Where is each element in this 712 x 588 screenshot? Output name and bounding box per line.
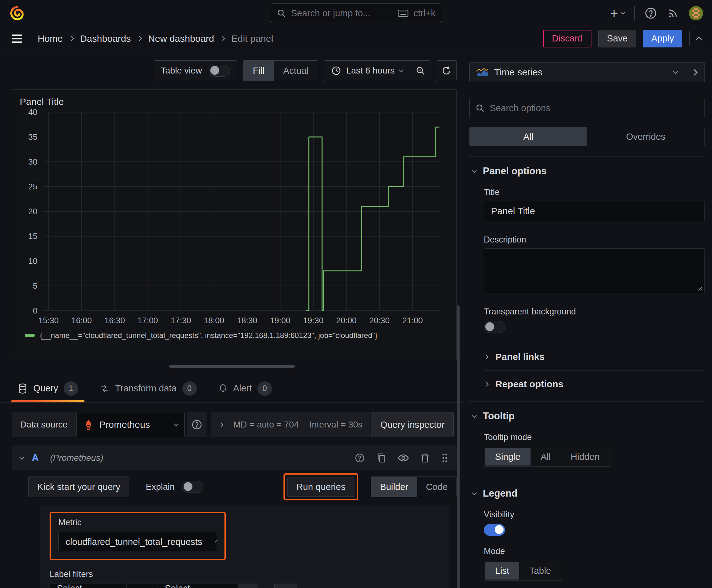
- legend-header[interactable]: Legend: [469, 479, 705, 499]
- tooltip-header[interactable]: Tooltip: [469, 402, 705, 422]
- clock-icon: [331, 66, 341, 76]
- refresh-button[interactable]: [436, 60, 457, 81]
- description-textarea[interactable]: [484, 249, 705, 293]
- chevron-down-icon: [399, 67, 404, 72]
- breadcrumb-new-dashboard[interactable]: New dashboard: [148, 33, 214, 44]
- tab-alert-label: Alert: [233, 383, 252, 394]
- table-view-label: Table view: [161, 66, 202, 76]
- remove-filter-button[interactable]: [238, 584, 257, 588]
- panel-links-section[interactable]: Panel links: [469, 343, 705, 370]
- kick-start-button[interactable]: Kick start your query: [28, 477, 129, 497]
- news-rss-icon[interactable]: [667, 7, 679, 19]
- svg-text:19:00: 19:00: [270, 316, 290, 325]
- chevron-down-icon: [472, 168, 477, 173]
- tab-overrides[interactable]: Overrides: [587, 127, 705, 146]
- zoom-out-button[interactable]: [410, 61, 430, 81]
- run-queries-button[interactable]: Run queries: [287, 477, 354, 497]
- grafana-logo-icon[interactable]: [9, 5, 25, 21]
- datasource-picker[interactable]: Prometheus: [76, 412, 185, 437]
- select-value-dropdown[interactable]: Select value: [158, 584, 238, 588]
- visualization-picker[interactable]: Time series: [469, 62, 684, 82]
- panel-options-header[interactable]: Panel options: [469, 157, 705, 177]
- collapse-options-button[interactable]: [684, 62, 705, 82]
- menu-icon[interactable]: [11, 33, 23, 44]
- tab-query[interactable]: Query 1: [11, 374, 84, 402]
- search-placeholder: Search or jump to...: [291, 8, 370, 19]
- options-scope-tabs: All Overrides: [469, 127, 705, 146]
- search-options-input[interactable]: Search options: [469, 98, 705, 118]
- series-label: {__name__="cloudflared_tunnel_total_requ…: [40, 331, 377, 340]
- datasource-label: Data source: [12, 412, 75, 437]
- delete-query-icon[interactable]: [420, 453, 430, 463]
- legend-visibility-toggle[interactable]: [484, 524, 505, 536]
- help-icon[interactable]: [644, 6, 657, 20]
- builder-option[interactable]: Builder: [371, 477, 417, 497]
- duplicate-query-icon[interactable]: [376, 453, 386, 463]
- table-view-toggle[interactable]: [209, 65, 230, 77]
- alert-count-badge: 0: [257, 381, 272, 396]
- explain-label: Explain: [146, 482, 175, 492]
- repeat-options-label: Repeat options: [495, 379, 563, 390]
- chevron-down-icon: [174, 421, 179, 426]
- panel-title[interactable]: Panel Title: [20, 97, 449, 107]
- svg-text:15:30: 15:30: [38, 316, 59, 325]
- edit-pane: Table view Fill Actual Last 6 hours: [0, 51, 464, 588]
- chevron-right-icon: [484, 382, 489, 387]
- legend-mode-list[interactable]: List: [485, 562, 519, 580]
- time-range-picker[interactable]: Last 6 hours: [324, 61, 410, 81]
- resize-grip-icon[interactable]: [697, 285, 703, 291]
- add-filter-button[interactable]: +: [274, 584, 297, 588]
- tooltip-all-option[interactable]: All: [531, 448, 561, 465]
- new-menu-button[interactable]: +: [610, 6, 625, 20]
- svg-text:35: 35: [28, 132, 37, 142]
- builder-code-switch: Builder Code: [371, 477, 457, 497]
- scrollbar-thumb[interactable]: [457, 305, 459, 588]
- description-label: Description: [484, 235, 705, 245]
- panel-title-input[interactable]: Panel Title: [484, 201, 705, 221]
- tab-all[interactable]: All: [470, 127, 587, 146]
- tab-transform-data[interactable]: Transform data 0: [93, 374, 203, 402]
- divider: [634, 6, 635, 20]
- global-search-input[interactable]: Search or jump to... ctrl+k: [270, 3, 442, 23]
- code-option[interactable]: Code: [417, 477, 456, 497]
- apply-button[interactable]: Apply: [643, 30, 682, 47]
- query-row-header[interactable]: A (Prometheus): [12, 445, 457, 470]
- repeat-options-section[interactable]: Repeat options: [469, 371, 705, 398]
- fill-option[interactable]: Fill: [243, 61, 274, 81]
- title-label: Title: [484, 188, 705, 197]
- chart-legend-item[interactable]: {__name__="cloudflared_tunnel_total_requ…: [25, 331, 449, 340]
- time-series-chart[interactable]: 051015202530354015:3016:0016:3017:0017:3…: [20, 107, 445, 327]
- legend-title: Legend: [483, 488, 517, 499]
- metric-select[interactable]: cloudflared_tunnel_total_requests: [58, 532, 217, 552]
- chevron-down-icon: [19, 455, 24, 460]
- breadcrumb-home[interactable]: Home: [38, 33, 63, 44]
- select-label-dropdown[interactable]: Select label: [50, 584, 127, 588]
- table-view-control: Table view: [154, 60, 238, 81]
- explain-toggle[interactable]: [182, 481, 203, 493]
- tab-alert[interactable]: Alert 0: [212, 374, 278, 402]
- pane-resize-handle[interactable]: [169, 365, 295, 368]
- transparent-background-toggle[interactable]: [484, 321, 505, 333]
- save-button[interactable]: Save: [598, 30, 636, 47]
- chevron-down-icon: [215, 540, 218, 543]
- actual-option[interactable]: Actual: [274, 61, 318, 81]
- discard-button[interactable]: Discard: [543, 30, 591, 47]
- query-inspector-button[interactable]: Query inspector: [371, 412, 454, 437]
- drag-handle-icon[interactable]: [441, 453, 449, 463]
- time-range-control: Last 6 hours: [324, 60, 430, 81]
- chevron-up-icon[interactable]: [696, 37, 702, 43]
- tooltip-single-option[interactable]: Single: [485, 448, 531, 465]
- legend-mode-table[interactable]: Table: [519, 562, 561, 580]
- query-help-icon[interactable]: [354, 453, 365, 463]
- query-options[interactable]: MD = auto = 704 Interval = 30s: [211, 412, 370, 437]
- svg-text:18:30: 18:30: [237, 316, 257, 325]
- user-avatar[interactable]: [689, 6, 703, 20]
- chevron-right-icon: [137, 36, 142, 41]
- hide-response-icon[interactable]: [398, 453, 409, 463]
- search-icon: [475, 103, 485, 113]
- operator-dropdown[interactable]: =: [127, 584, 158, 588]
- datasource-help-button[interactable]: [187, 412, 207, 437]
- fill-actual-switch: Fill Actual: [243, 60, 318, 81]
- breadcrumb-dashboards[interactable]: Dashboards: [80, 33, 131, 44]
- tooltip-hidden-option[interactable]: Hidden: [561, 448, 610, 465]
